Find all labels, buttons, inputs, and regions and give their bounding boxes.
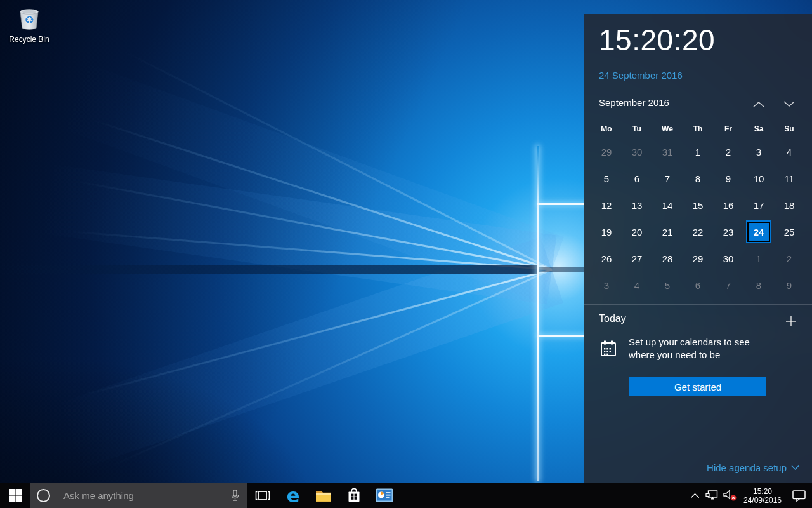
calendar-day[interactable]: 8 [683,165,713,192]
calendar-day[interactable]: 18 [774,192,804,218]
task-view-button[interactable] [247,483,278,508]
money-app-button[interactable] [369,483,400,508]
volume-tray-button[interactable] [720,483,740,508]
calendar-day[interactable]: 10 [743,165,774,192]
calendar-day-header: Fr [713,119,743,138]
calendar-day[interactable]: 1 [683,138,713,165]
calendar-day-header: Th [683,119,713,138]
network-tray-button[interactable] [703,483,720,508]
add-event-button[interactable] [784,314,798,328]
calendar-day[interactable]: 12 [591,192,622,218]
cortana-icon [37,489,50,502]
calendar-day[interactable]: 6 [683,272,713,298]
hide-agenda-setup-link[interactable]: Hide agenda setup [707,462,799,473]
calendar-day[interactable]: 1 [743,245,774,272]
action-center-icon [792,490,806,502]
file-explorer-icon [315,489,332,502]
microphone-button[interactable] [230,483,240,508]
calendar-day[interactable]: 4 [622,272,652,298]
volume-muted-icon [723,490,737,501]
wallpaper-beam [0,237,563,499]
calendar-day[interactable]: 4 [774,138,804,165]
flyout-date-link[interactable]: 24 September 2016 [599,70,683,81]
edge-icon: e [286,486,299,505]
taskbar-search-box[interactable] [30,483,247,508]
calendar-day[interactable]: 29 [683,245,713,272]
calendar-day[interactable]: 9 [774,272,804,298]
recycle-bin-label: Recycle Bin [4,35,55,44]
calendar-day[interactable]: 29 [591,138,622,165]
calendar-month-label: September 2016 [599,97,669,108]
calendar-prev-month-button[interactable] [751,98,766,110]
calendar-day-selected[interactable]: 24 [743,218,774,245]
calendar-day[interactable]: 27 [622,245,652,272]
calendar-day-header: Sa [743,119,774,138]
calendar-day-header: Su [774,119,804,138]
calendar-day[interactable]: 7 [713,272,743,298]
recycle-bin-icon: ♻ [16,5,42,32]
calendar-day[interactable]: 6 [622,165,652,192]
calendar-day[interactable]: 30 [622,138,652,165]
network-icon [705,490,718,501]
divider [584,86,812,86]
wallpaper-beam [0,30,564,302]
chevron-up-icon [752,100,765,108]
search-input[interactable] [62,483,221,508]
calendar-day[interactable]: 17 [743,192,774,218]
action-center-button[interactable] [785,483,812,508]
calendar-day[interactable]: 28 [652,245,683,272]
flyout-time: 15:20:20 [599,23,715,57]
calendar-day[interactable]: 30 [713,245,743,272]
show-hidden-icons-button[interactable] [686,483,703,508]
calendar-day[interactable]: 15 [683,192,713,218]
wallpaper-window-vertical-edge [537,146,539,481]
calendar-day[interactable]: 25 [774,218,804,245]
tray-time: 15:20 [740,487,785,496]
wallpaper-beam [0,159,552,271]
file-explorer-button[interactable] [308,483,339,508]
tray-date: 24/09/2016 [740,496,785,505]
calendar-day[interactable]: 5 [591,165,622,192]
plus-icon [785,316,797,327]
store-button[interactable] [339,483,369,508]
wallpaper-beam [0,83,552,271]
calendar-day[interactable]: 31 [652,138,683,165]
taskbar: e [0,483,812,508]
chevron-down-icon [791,465,799,471]
microphone-icon [230,489,240,502]
calendar-day[interactable]: 9 [713,165,743,192]
desktop-screen: ♻ Recycle Bin 15:20:20 24 September 2016… [0,0,812,508]
calendar-day[interactable]: 19 [591,218,622,245]
chevron-up-icon [690,493,700,498]
calendar-day[interactable]: 11 [774,165,804,192]
calendar-day[interactable]: 2 [713,138,743,165]
calendar-day[interactable]: 23 [713,218,743,245]
calendar-day-header: Mo [591,119,622,138]
clock-calendar-flyout: 15:20:20 24 September 2016 September 201… [584,14,812,483]
calendar-day[interactable]: 26 [591,245,622,272]
get-started-button[interactable]: Get started [629,377,766,396]
edge-browser-button[interactable]: e [278,483,308,508]
calendar-day[interactable]: 2 [774,245,804,272]
calendar-day[interactable]: 13 [622,192,652,218]
calendar-day[interactable]: 22 [683,218,713,245]
store-icon [347,488,361,503]
system-tray: 15:20 24/09/2016 [686,483,812,508]
recycle-bin[interactable]: ♻ Recycle Bin [4,5,55,44]
calendar-day[interactable]: 21 [652,218,683,245]
calendar-day[interactable]: 8 [743,272,774,298]
tray-clock[interactable]: 15:20 24/09/2016 [740,486,785,505]
calendar-day[interactable]: 20 [622,218,652,245]
calendar-day[interactable]: 5 [652,272,683,298]
recycle-symbol-glyph: ♻ [24,13,34,26]
calendar-day[interactable]: 3 [591,272,622,298]
agenda-today-label: Today [599,313,626,324]
calendar-day[interactable]: 3 [743,138,774,165]
start-button[interactable] [0,483,30,508]
wallpaper-beam [0,269,552,427]
calendar-next-month-button[interactable] [782,98,797,110]
calendar-day[interactable]: 7 [652,165,683,192]
calendar-day[interactable]: 16 [713,192,743,218]
calendar-setup-icon [600,340,617,357]
calendar-day[interactable]: 14 [652,192,683,218]
